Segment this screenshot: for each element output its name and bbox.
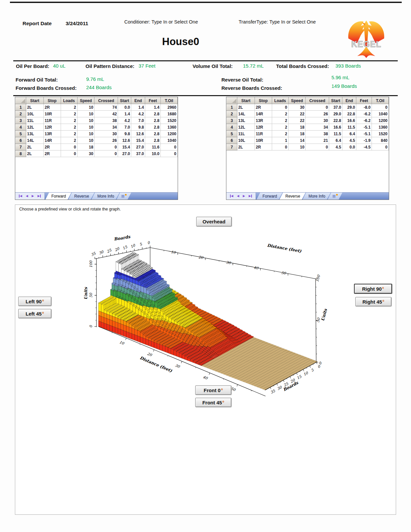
table-cell[interactable]: 27.0 — [131, 144, 145, 150]
table-cell[interactable]: 12.6 — [118, 137, 131, 144]
row-number[interactable]: 5 — [227, 131, 237, 137]
right-45-button[interactable]: Right 45° — [355, 297, 391, 306]
table-cell[interactable]: 14R — [43, 137, 61, 144]
table-cell[interactable]: 14L — [237, 111, 255, 117]
table-cell[interactable]: 0.0 — [342, 144, 356, 150]
tab-reverse[interactable]: Reverse — [68, 193, 94, 200]
table-cell[interactable]: 12L — [237, 124, 255, 131]
table-cell[interactable]: 4.5 — [342, 137, 356, 144]
column-header[interactable]: Crossed — [306, 97, 329, 104]
table-cell[interactable]: 2.8 — [145, 131, 161, 137]
table-cell[interactable]: 37.0 — [131, 150, 145, 157]
table-cell[interactable]: 2960 — [161, 104, 178, 111]
table-cell[interactable]: 16.6 — [342, 117, 356, 124]
column-header[interactable]: T.Oil — [161, 97, 178, 104]
table-cell[interactable]: -6.2 — [356, 111, 372, 117]
table-cell[interactable]: 10 — [77, 104, 94, 111]
table-cell[interactable]: 0 — [61, 150, 77, 157]
row-number[interactable]: 8 — [16, 150, 26, 157]
first-record-button[interactable]: ◀ — [230, 195, 233, 198]
table-cell[interactable]: 1200 — [161, 131, 178, 137]
column-header[interactable]: Start — [237, 97, 255, 104]
table-cell[interactable]: 6.4 — [342, 131, 356, 137]
table-cell[interactable]: 4.2 — [131, 111, 145, 117]
last-record-button[interactable]: ▶ — [249, 195, 252, 198]
next-record-button[interactable]: ▶ — [243, 195, 245, 198]
table-cell[interactable]: 2L — [237, 104, 255, 111]
column-header[interactable]: End — [131, 97, 145, 104]
table-cell[interactable]: -1.9 — [356, 137, 372, 144]
column-header[interactable]: End — [342, 97, 356, 104]
column-header[interactable]: Feet — [145, 97, 161, 104]
table-cell[interactable]: 34 — [306, 124, 329, 131]
column-header[interactable]: Start — [329, 97, 342, 104]
next-record-button[interactable]: ▶ — [31, 195, 34, 198]
table-cell[interactable]: 37.0 — [329, 104, 342, 111]
table-cell[interactable]: 30 — [77, 150, 94, 157]
table-cell[interactable]: 0 — [272, 144, 288, 150]
column-header[interactable]: Stop — [43, 97, 61, 104]
table-cell[interactable]: 6.4 — [329, 137, 342, 144]
table-cell[interactable]: -6.2 — [356, 117, 372, 124]
table-cell[interactable]: 22.8 — [329, 117, 342, 124]
table-cell[interactable]: 1.4 — [131, 104, 145, 111]
table-cell[interactable]: 2 — [272, 111, 288, 117]
table-cell[interactable]: 7.0 — [118, 124, 131, 131]
table-cell[interactable]: 2.8 — [145, 124, 161, 131]
prev-record-button[interactable]: ◀ — [26, 195, 28, 198]
conditioner-field[interactable]: Conditioner: Type In or Select One — [124, 19, 198, 25]
table-cell[interactable]: 26 — [306, 111, 329, 117]
left-90-button[interactable]: Left 90° — [18, 297, 51, 306]
table-cell[interactable]: 2R — [255, 144, 272, 150]
table-cell[interactable]: 2 — [61, 124, 77, 131]
table-cell[interactable]: 11R — [255, 131, 272, 137]
table-cell[interactable]: 2 — [272, 124, 288, 131]
table-cell[interactable]: 2L — [26, 104, 43, 111]
table-cell[interactable]: 0.0 — [118, 104, 131, 111]
table-cell[interactable]: 11.5 — [329, 131, 342, 137]
table-cell[interactable]: -8.0 — [356, 104, 372, 111]
table-cell[interactable]: 12R — [43, 124, 61, 131]
table-cell[interactable]: 2.8 — [145, 117, 161, 124]
table-cell[interactable]: -5.1 — [356, 124, 372, 131]
column-header[interactable]: Speed — [288, 97, 306, 104]
oil-pattern-3d-plot[interactable]: 35302520151050Boards1020304050Distance (… — [15, 205, 396, 514]
last-record-button[interactable]: ▶ — [37, 195, 41, 198]
table-cell[interactable]: 16.6 — [329, 124, 342, 131]
table-cell[interactable]: 22 — [288, 117, 306, 124]
table-cell[interactable]: 13R — [43, 131, 61, 137]
table-cell[interactable]: 2 — [61, 117, 77, 124]
table-cell[interactable]: 14 — [288, 137, 306, 144]
table-cell[interactable]: 22 — [288, 111, 306, 117]
table-cell[interactable]: 13R — [255, 117, 272, 124]
tab-more-info[interactable]: More Info — [303, 193, 331, 200]
prev-record-button[interactable]: ◀ — [237, 195, 239, 198]
table-cell[interactable]: 10L — [237, 137, 255, 144]
table-cell[interactable]: 0 — [372, 104, 389, 111]
tab-forward[interactable]: Forward — [257, 193, 282, 200]
table-cell[interactable]: 18 — [77, 144, 94, 150]
table-cell[interactable]: 1 — [272, 137, 288, 144]
table-cell[interactable]: 2 — [61, 137, 77, 144]
table-cell[interactable]: 0 — [161, 144, 178, 150]
table-cell[interactable]: 14R — [255, 111, 272, 117]
table-cell[interactable]: 11R — [43, 117, 61, 124]
table-cell[interactable]: 2R — [43, 144, 61, 150]
first-record-button[interactable]: ◀ — [19, 195, 22, 198]
table-cell[interactable]: 2R — [255, 104, 272, 111]
table-cell[interactable]: 11L — [237, 131, 255, 137]
select-all-corner[interactable] — [227, 97, 237, 104]
table-cell[interactable]: 0 — [306, 104, 329, 111]
table-cell[interactable]: 30 — [288, 104, 306, 111]
front-45-button[interactable]: Front 45° — [195, 398, 231, 407]
column-header[interactable]: Speed — [77, 97, 94, 104]
table-cell[interactable]: 0 — [306, 144, 329, 150]
table-cell[interactable]: -5.1 — [356, 131, 372, 137]
right-90-button[interactable]: Right 90° — [354, 284, 392, 294]
table-cell[interactable]: 2.8 — [145, 111, 161, 117]
row-number[interactable]: 4 — [16, 124, 26, 131]
table-cell[interactable]: 34 — [94, 124, 118, 131]
column-header[interactable]: Stop — [255, 97, 272, 104]
table-cell[interactable]: 1040 — [161, 137, 178, 144]
table-cell[interactable]: 0 — [161, 150, 178, 157]
